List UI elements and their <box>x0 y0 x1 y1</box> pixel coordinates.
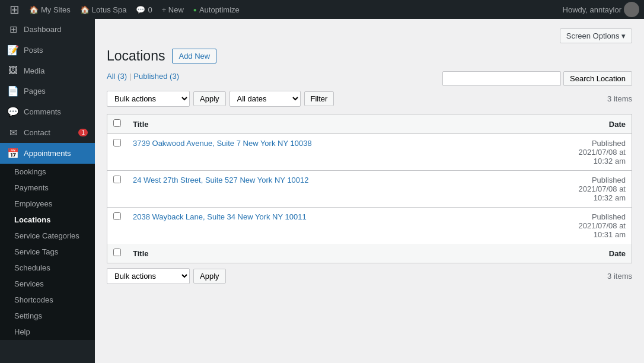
adminbar-right: Howdy, anntaylor <box>563 2 639 17</box>
comments-icon: 💬 <box>136 5 145 14</box>
sub-item-label: Bookings <box>14 167 46 176</box>
bulk-actions-select[interactable]: Bulk actions Move to Trash <box>107 91 190 107</box>
screen-options-button[interactable]: Screen Options ▾ <box>560 28 632 43</box>
row-date: 2021/07/08 at10:32 am <box>578 148 626 165</box>
sidebar-item-label: Appointments <box>24 149 71 158</box>
main-content: Screen Options ▾ Locations Add New All (… <box>95 19 644 363</box>
bottom-bulk-actions-select[interactable]: Bulk actions Move to Trash <box>107 268 190 284</box>
table-row: 2038 Wayback Lane, Suite 34 New York NY … <box>107 208 632 244</box>
table-row: 3739 Oakwood Avenue, Suite 7 New York NY… <box>107 134 632 171</box>
appointments-submenu: Bookings Payments Employees Locations Se… <box>0 164 95 340</box>
sub-item-label: Payments <box>14 183 49 192</box>
contact-badge: 1 <box>78 129 88 136</box>
filter-button[interactable]: Filter <box>304 91 334 106</box>
my-sites-label: My Sites <box>41 5 71 14</box>
sidebar-item-bookings[interactable]: Bookings <box>0 164 95 180</box>
row-title-link[interactable]: 3739 Oakwood Avenue, Suite 7 New York NY… <box>133 139 312 148</box>
sidebar-item-service-tags[interactable]: Service Tags <box>0 244 95 260</box>
wp-logo[interactable]: ⊞ <box>5 0 24 19</box>
row-status: Published <box>592 139 626 148</box>
autoptimize-label: Autoptimize <box>199 5 240 14</box>
date-filter-select[interactable]: All dates <box>229 91 301 107</box>
search-form: Search Location <box>442 71 632 86</box>
sidebar-item-pages[interactable]: 📄 Pages <box>0 81 95 101</box>
screen-options-bar: Screen Options ▾ <box>107 28 632 43</box>
row-checkbox[interactable] <box>113 139 121 147</box>
row-title-link[interactable]: 2038 Wayback Lane, Suite 34 New York NY … <box>133 212 307 221</box>
sidebar-item-help[interactable]: Help <box>0 324 95 340</box>
sidebar-item-dashboard[interactable]: ⊞ Dashboard <box>0 19 95 40</box>
sidebar-item-schedules[interactable]: Schedules <box>0 260 95 276</box>
sidebar-item-payments[interactable]: Payments <box>0 180 95 196</box>
howdy-label: Howdy, anntaylor <box>563 5 621 14</box>
sidebar-item-service-categories[interactable]: Service Categories <box>0 228 95 244</box>
sidebar-item-label: Pages <box>24 87 46 95</box>
sidebar-item-label: Contact <box>24 128 50 137</box>
my-sites-link[interactable]: 🏠 My Sites <box>24 0 75 19</box>
sidebar-item-label: Media <box>24 66 44 75</box>
published-label: Published <box>133 72 167 81</box>
sidebar-item-employees[interactable]: Employees <box>0 196 95 212</box>
all-count: (3) <box>117 72 127 81</box>
new-label: + New <box>162 5 184 14</box>
sidebar-item-label: Posts <box>24 46 43 55</box>
sidebar-item-comments[interactable]: 💬 Comments <box>0 101 95 122</box>
sub-item-label: Help <box>14 327 30 336</box>
site-name-label: Lotus Spa <box>92 5 127 14</box>
apply-button[interactable]: Apply <box>193 91 226 106</box>
row-title-link[interactable]: 24 West 27th Street, Suite 527 New York … <box>133 176 309 184</box>
sidebar-item-posts[interactable]: 📝 Posts <box>0 40 95 60</box>
sidebar-item-settings[interactable]: Settings <box>0 308 95 324</box>
search-input[interactable] <box>442 71 561 86</box>
locations-table: Title Date 3739 Oakwood Avenue, Suite 7 … <box>107 114 632 263</box>
col-date-footer: Date <box>512 244 632 263</box>
new-content-link[interactable]: + New <box>157 0 189 19</box>
bottom-items-count: 3 items <box>607 272 632 281</box>
sidebar: ⊞ Dashboard 📝 Posts 🖼 Media 📄 Pages 💬 Co… <box>0 19 95 363</box>
site-name-link[interactable]: 🏠 Lotus Spa <box>75 0 132 19</box>
published-filter-link[interactable]: Published (3) <box>133 72 179 81</box>
all-filter-link[interactable]: All (3) <box>107 72 127 81</box>
sidebar-item-contact[interactable]: ✉ Contact 1 <box>0 122 95 143</box>
autoptimize-link[interactable]: ● Autoptimize <box>189 0 244 19</box>
comments-link[interactable]: 💬 0 <box>131 0 157 19</box>
filter-tabs: All (3) | Published (3) <box>107 72 179 81</box>
sidebar-item-services[interactable]: Services <box>0 276 95 292</box>
select-all-footer-checkbox[interactable] <box>113 249 121 256</box>
bottom-apply-button[interactable]: Apply <box>193 269 226 284</box>
sidebar-item-locations[interactable]: Locations <box>0 212 95 228</box>
site-icon: 🏠 <box>80 5 90 14</box>
row-status: Published <box>592 212 626 221</box>
items-count: 3 items <box>607 94 632 103</box>
pages-icon: 📄 <box>7 85 19 97</box>
appointments-icon: 📅 <box>7 148 19 159</box>
sub-item-label: Service Categories <box>14 231 79 240</box>
row-checkbox[interactable] <box>113 212 121 220</box>
filter-sep: | <box>129 72 131 81</box>
sub-item-label: Schedules <box>14 263 50 272</box>
wp-icon: ⊞ <box>9 2 20 17</box>
dashboard-icon: ⊞ <box>7 24 19 35</box>
col-date-header: Date <box>512 114 632 134</box>
search-button[interactable]: Search Location <box>563 71 632 86</box>
sidebar-item-appointments[interactable]: 📅 Appointments <box>0 143 95 164</box>
contact-icon: ✉ <box>7 127 19 138</box>
sub-item-label: Employees <box>14 199 52 208</box>
sidebar-item-media[interactable]: 🖼 Media <box>0 60 95 81</box>
sidebar-item-shortcodes[interactable]: Shortcodes <box>0 292 95 308</box>
autoptimize-status-icon: ● <box>193 7 197 13</box>
col-title-footer: Title <box>127 244 512 263</box>
sidebar-item-label: Comments <box>24 107 61 116</box>
row-checkbox[interactable] <box>113 176 121 183</box>
row-date: 2021/07/08 at10:31 am <box>578 221 626 239</box>
bulk-filter-row: Bulk actions Move to Trash Apply All dat… <box>107 91 632 107</box>
avatar[interactable] <box>624 2 639 17</box>
col-title-header: Title <box>127 114 512 134</box>
sub-item-label: Locations <box>14 215 50 224</box>
add-new-button[interactable]: Add New <box>172 49 216 63</box>
comments-nav-icon: 💬 <box>7 106 19 117</box>
select-all-checkbox[interactable] <box>113 119 121 127</box>
comments-count: 0 <box>148 5 152 14</box>
sidebar-item-label: Dashboard <box>24 25 62 34</box>
sub-item-label: Service Tags <box>14 247 58 256</box>
